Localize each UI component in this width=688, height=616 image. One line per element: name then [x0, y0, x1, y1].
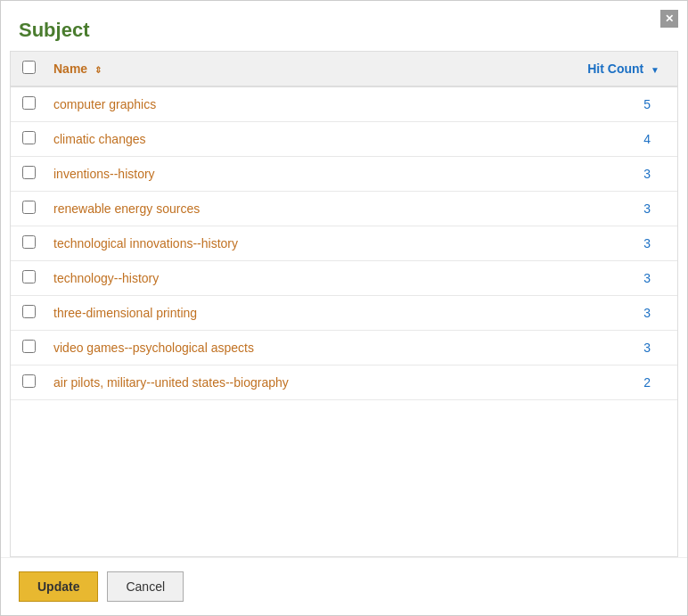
- row-checkbox[interactable]: [22, 96, 36, 110]
- table-container: Name ⇕ Hit Count ▼ computer graphics 5: [10, 51, 678, 557]
- table-scroll[interactable]: Name ⇕ Hit Count ▼ computer graphics 5: [11, 52, 677, 480]
- hitcount-sort-icon: ▼: [651, 65, 659, 75]
- row-name: technological innovations--history: [46, 226, 501, 261]
- table-row: technological innovations--history 3: [11, 226, 677, 261]
- row-checkbox-cell[interactable]: [11, 226, 46, 261]
- table-row: technology--history 3: [11, 261, 677, 296]
- table-row: inventions--history 3: [11, 157, 677, 192]
- row-name: inventions--history: [46, 157, 501, 192]
- table-row: video games--psychological aspects 3: [11, 331, 677, 365]
- name-column-header[interactable]: Name ⇕: [46, 52, 501, 86]
- hitcount-column-header[interactable]: Hit Count ▼: [501, 52, 677, 86]
- row-checkbox[interactable]: [22, 270, 36, 283]
- row-hitcount: 3: [501, 261, 677, 296]
- row-hitcount: 3: [501, 226, 677, 261]
- row-checkbox-cell[interactable]: [11, 261, 46, 296]
- row-hitcount: 3: [501, 157, 677, 192]
- row-hitcount: 3: [501, 331, 677, 365]
- table-header-row: Name ⇕ Hit Count ▼: [11, 52, 677, 86]
- row-checkbox-cell[interactable]: [11, 122, 46, 157]
- row-checkbox[interactable]: [22, 235, 36, 249]
- row-name: technology--history: [46, 261, 501, 296]
- table-row: climatic changes 4: [11, 122, 677, 157]
- row-checkbox-cell[interactable]: [11, 86, 46, 122]
- row-checkbox[interactable]: [22, 131, 36, 144]
- row-checkbox[interactable]: [22, 201, 36, 214]
- subject-dialog: ✕ Subject Name ⇕ Hit Count: [0, 0, 688, 616]
- close-button[interactable]: ✕: [660, 10, 678, 28]
- row-hitcount: 5: [501, 86, 677, 122]
- row-name: air pilots, military--united states--bio…: [46, 365, 501, 400]
- table-row: computer graphics 5: [11, 86, 677, 122]
- footer: Update Cancel: [1, 557, 687, 615]
- table-row: air pilots, military--united states--bio…: [11, 365, 677, 400]
- subject-table: Name ⇕ Hit Count ▼ computer graphics 5: [11, 52, 677, 400]
- row-hitcount: 2: [501, 365, 677, 400]
- row-hitcount: 3: [501, 296, 677, 331]
- row-hitcount: 3: [501, 192, 677, 226]
- row-name: renewable energy sources: [46, 192, 501, 226]
- dialog-title: Subject: [1, 1, 687, 51]
- row-checkbox-cell[interactable]: [11, 157, 46, 192]
- table-row: renewable energy sources 3: [11, 192, 677, 226]
- row-name: three-dimensional printing: [46, 296, 501, 331]
- row-checkbox-cell[interactable]: [11, 296, 46, 331]
- row-checkbox[interactable]: [22, 305, 36, 318]
- row-name: computer graphics: [46, 86, 501, 122]
- row-hitcount: 4: [501, 122, 677, 157]
- row-checkbox-cell[interactable]: [11, 365, 46, 400]
- row-name: video games--psychological aspects: [46, 331, 501, 365]
- row-checkbox[interactable]: [22, 374, 36, 388]
- row-checkbox-cell[interactable]: [11, 192, 46, 226]
- header-checkbox-cell[interactable]: [11, 52, 46, 86]
- select-all-checkbox[interactable]: [22, 61, 36, 74]
- name-sort-icon: ⇕: [94, 65, 102, 75]
- row-name: climatic changes: [46, 122, 501, 157]
- cancel-button[interactable]: Cancel: [107, 571, 184, 602]
- row-checkbox[interactable]: [22, 340, 36, 353]
- table-body: computer graphics 5 climatic changes 4 i…: [11, 86, 677, 400]
- update-button[interactable]: Update: [19, 571, 98, 602]
- table-row: three-dimensional printing 3: [11, 296, 677, 331]
- row-checkbox-cell[interactable]: [11, 331, 46, 365]
- row-checkbox[interactable]: [22, 166, 36, 179]
